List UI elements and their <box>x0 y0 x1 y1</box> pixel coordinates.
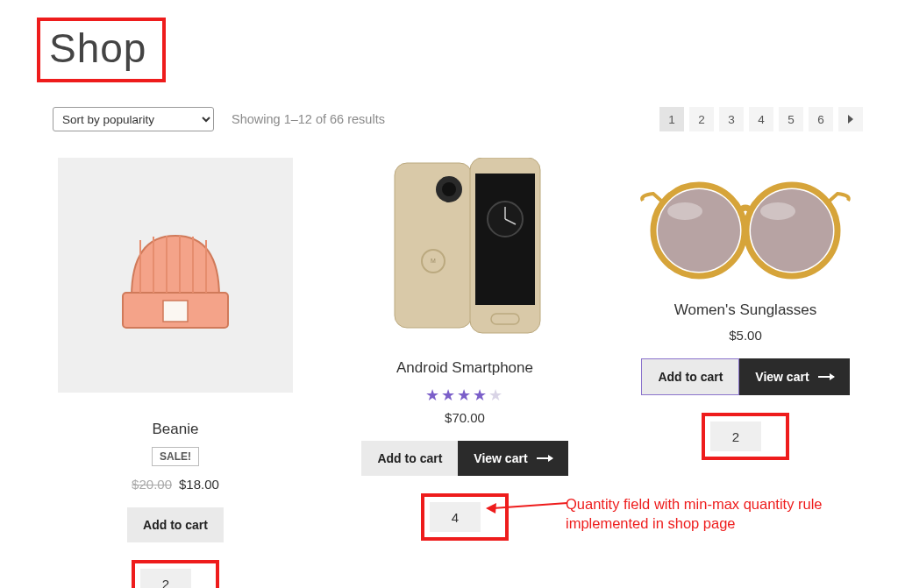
page-5[interactable]: 5 <box>779 107 803 131</box>
page-4[interactable]: 4 <box>749 107 773 131</box>
page-next[interactable] <box>838 107 863 131</box>
view-cart-button[interactable]: View cart <box>458 441 567 476</box>
quantity-highlight <box>702 413 789 460</box>
page-6[interactable]: 6 <box>809 107 833 131</box>
product-price: $5.00 <box>729 328 762 343</box>
page-3[interactable]: 3 <box>719 107 744 131</box>
product-title[interactable]: Android Smartphone <box>396 359 533 377</box>
page-title-highlight: Shop <box>37 18 166 82</box>
add-to-cart-button[interactable]: Add to cart <box>641 358 739 395</box>
view-cart-button[interactable]: View cart <box>739 358 849 395</box>
svg-point-16 <box>751 189 833 272</box>
annotation-text: Quantity field with min-max quantity rul… <box>566 494 855 534</box>
star-rating: ★★★★★ <box>425 386 504 405</box>
phone-icon: M <box>386 158 544 342</box>
product-title[interactable]: Beanie <box>153 421 199 438</box>
svg-point-17 <box>667 202 702 220</box>
quantity-highlight <box>421 493 509 541</box>
product-image[interactable] <box>58 158 293 393</box>
svg-text:M: M <box>431 258 436 264</box>
product-price: $70.00 <box>445 410 485 425</box>
quantity-input[interactable] <box>140 569 191 588</box>
page-1[interactable]: 1 <box>659 107 684 131</box>
sort-select[interactable]: Sort by popularity <box>53 107 214 131</box>
product-image[interactable] <box>636 158 855 289</box>
price-strike: $20.00 <box>132 477 172 492</box>
add-to-cart-button[interactable]: Add to cart <box>127 507 224 542</box>
svg-point-18 <box>760 202 795 220</box>
sunglasses-icon <box>636 162 855 285</box>
product-card-smartphone: M Android Smartphone ★★★★★ $70.00 Add to… <box>342 158 588 541</box>
arrow-right-icon <box>818 376 834 378</box>
price-current: $18.00 <box>179 477 219 492</box>
page-title: Shop <box>49 25 146 72</box>
view-cart-label: View cart <box>755 370 809 384</box>
page-2[interactable]: 2 <box>689 107 714 131</box>
product-title[interactable]: Women's Sunglasses <box>674 301 817 319</box>
arrow-right-icon <box>537 457 552 459</box>
annotation-line1: Quantity field with min-max quantity rul… <box>566 496 823 512</box>
quantity-input[interactable] <box>430 502 481 532</box>
svg-rect-1 <box>163 301 188 322</box>
product-card-beanie: Beanie SALE! $20.00$18.00 Add to cart <box>53 158 298 588</box>
product-card-sunglasses: Women's Sunglasses $5.00 Add to cart Vie… <box>631 158 859 460</box>
pagination: 1 2 3 4 5 6 <box>659 107 863 131</box>
svg-rect-8 <box>475 174 535 305</box>
product-image[interactable]: M <box>355 158 574 342</box>
quantity-highlight <box>132 560 219 588</box>
stars-full: ★★★★ <box>425 386 488 404</box>
add-to-cart-button[interactable]: Add to cart <box>361 441 458 476</box>
annotation-line2: implemented in shop page <box>566 515 736 531</box>
quantity-input[interactable] <box>710 422 761 451</box>
sale-badge: SALE! <box>152 447 199 466</box>
stars-empty: ★ <box>488 386 504 404</box>
controls-row: Sort by popularity Showing 1–12 of 66 re… <box>53 107 863 131</box>
result-count: Showing 1–12 of 66 results <box>232 112 385 126</box>
view-cart-label: View cart <box>474 451 527 465</box>
product-price: $20.00$18.00 <box>132 477 219 492</box>
beanie-icon <box>105 209 246 341</box>
svg-point-4 <box>442 182 456 196</box>
svg-point-14 <box>658 189 740 272</box>
